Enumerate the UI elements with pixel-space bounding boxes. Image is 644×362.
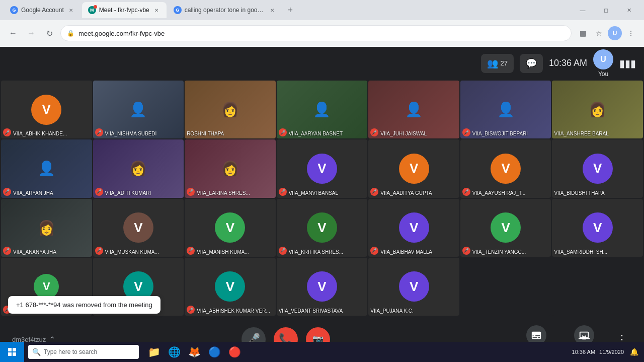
tab-title-calling: calling operator tone in google s... bbox=[185, 7, 265, 14]
participant-name: VIIA_LARINA SHRES... bbox=[197, 190, 250, 196]
participant-tile: 👩 VIIA_ANSHREE BARAL bbox=[552, 81, 643, 138]
tab-meet[interactable]: M Meet - fkr-fvpc-vbe ✕ bbox=[82, 2, 167, 18]
chat-button[interactable]: 💬 bbox=[520, 54, 543, 73]
mute-icon: 🎤 bbox=[95, 128, 103, 136]
participant-name: VIIA_ABHISHEK KUMAR VER... bbox=[197, 308, 270, 314]
refresh-button[interactable]: ↻ bbox=[42, 26, 56, 40]
participant-avatar: V bbox=[215, 271, 245, 302]
minimize-button[interactable]: — bbox=[572, 3, 594, 18]
participant-tile: V 🎤 VIIA_TENZIN YANGC... bbox=[460, 199, 551, 257]
participant-avatar: V bbox=[491, 154, 521, 184]
browser-controls: ← → ↻ 🔒 meet.google.com/fkr-fvpc-vbe ▤ ☆… bbox=[0, 20, 644, 46]
taskbar-icon-edge[interactable]: 🌐 bbox=[165, 343, 183, 361]
participant-tile: 👤 🎤 VIIA_JUHI JAISWAL bbox=[368, 81, 459, 138]
tab-bar: G Google Account ✕ M Meet - fkr-fvpc-vbe… bbox=[0, 0, 644, 20]
mute-icon: 🎤 bbox=[187, 306, 195, 314]
tab-calling[interactable]: G calling operator tone in google s... ✕ bbox=[168, 2, 282, 18]
tab-google-account[interactable]: G Google Account ✕ bbox=[4, 2, 81, 18]
notification-bell[interactable]: 🔔 bbox=[628, 346, 640, 358]
new-tab-button[interactable]: + bbox=[283, 3, 297, 17]
participant-avatar: V bbox=[307, 271, 337, 302]
participant-tile: V VIIA_VEDANT SRIVASTAVA bbox=[277, 258, 368, 316]
mute-icon: 🎤 bbox=[95, 247, 103, 255]
participant-name: VIIA_MANISH KUMA... bbox=[197, 249, 249, 255]
participant-avatar: V bbox=[399, 212, 429, 243]
tab-title-google-account: Google Account bbox=[21, 7, 64, 14]
mute-icon: 🎤 bbox=[3, 128, 11, 136]
profile-button[interactable]: U bbox=[608, 26, 622, 40]
participant-name: VIIA_MANVI BANSAL bbox=[289, 190, 338, 196]
participant-name: VIIA_AARYAN BASNET bbox=[289, 131, 343, 136]
taskbar-time: 10:36 AM bbox=[572, 349, 595, 355]
tab-close-google-account[interactable]: ✕ bbox=[67, 6, 75, 14]
mute-icon: 🎤 bbox=[279, 247, 287, 255]
time-display: 10:36 AM bbox=[549, 58, 587, 68]
mute-icon: 🎤 bbox=[95, 188, 103, 196]
participant-avatar: V bbox=[34, 274, 59, 299]
back-button[interactable]: ← bbox=[6, 26, 20, 40]
participant-name: VIIA_BAIBHAV MALLA bbox=[380, 249, 432, 255]
participant-avatar: V bbox=[399, 271, 429, 302]
cast-button[interactable]: ▤ bbox=[576, 26, 590, 40]
svg-rect-0 bbox=[8, 348, 12, 351]
participants-button[interactable]: 👥 27 bbox=[481, 54, 513, 73]
participant-tile: 👤 🎤 VIIA_NISHMA SUBEDI bbox=[93, 81, 184, 138]
mute-icon: 🎤 bbox=[3, 188, 11, 196]
meet-container: 👥 27 💬 10:36 AM U You ▮▮▮ V 🎤 bbox=[0, 47, 644, 362]
tab-close-meet[interactable]: ✕ bbox=[152, 6, 160, 14]
participant-tile-empty bbox=[552, 258, 643, 316]
taskbar-search-text: Type here to search bbox=[44, 348, 97, 355]
mute-icon: 🎤 bbox=[462, 188, 470, 196]
participant-name: VIIA_ANSHREE BARAL bbox=[554, 131, 608, 136]
forward-button[interactable]: → bbox=[24, 26, 38, 40]
participant-tile: V 🎤 VIIA_KRITIKA SHRES... bbox=[277, 199, 368, 257]
taskbar-icon-app[interactable]: 🔴 bbox=[225, 343, 244, 361]
taskbar-icon-chrome[interactable]: 🔵 bbox=[205, 343, 223, 361]
participant-avatar: V bbox=[583, 212, 613, 243]
maximize-button[interactable]: ◻ bbox=[595, 3, 617, 18]
participant-tile: V VIIA_BIDUSHI THAPA bbox=[552, 139, 643, 197]
participant-tile: V 🎤 VIIA_ABHISHEK KUMAR VER... bbox=[185, 258, 276, 316]
participant-name: VIIA_MUSKAN KUMA... bbox=[105, 249, 159, 255]
chat-icon: 💬 bbox=[526, 58, 537, 69]
start-button[interactable] bbox=[0, 342, 24, 362]
menu-button[interactable]: ⋮ bbox=[624, 26, 638, 40]
window-controls: — ◻ ✕ bbox=[572, 0, 644, 20]
mute-icon: 🎤 bbox=[187, 188, 195, 196]
participant-name: VIIA_ABHIK KHANDE... bbox=[13, 131, 67, 136]
user-label: You bbox=[598, 70, 608, 78]
svg-rect-3 bbox=[13, 352, 16, 356]
participant-avatar: V bbox=[399, 154, 429, 184]
participant-tile: V VIIA_PUJANA K.C. bbox=[368, 258, 459, 316]
mute-icon: 🎤 bbox=[462, 128, 470, 136]
notification-bar: +1 678-***-**94 was removed from the mee… bbox=[8, 296, 160, 314]
participant-name: VIIA_VEDANT SRIVASTAVA bbox=[279, 308, 343, 314]
svg-rect-2 bbox=[8, 352, 12, 356]
participant-name: VIIA_BISWOJIT BEPARI bbox=[472, 131, 528, 136]
address-bar[interactable]: 🔒 meet.google.com/fkr-fvpc-vbe bbox=[60, 25, 572, 41]
browser-actions: ▤ ☆ U ⋮ bbox=[576, 26, 638, 40]
participant-avatar: V bbox=[491, 212, 521, 243]
mute-icon: 🎤 bbox=[279, 188, 287, 196]
taskbar-icon-explorer[interactable]: 📁 bbox=[145, 343, 163, 361]
taskbar-search[interactable]: 🔍 Type here to search bbox=[28, 345, 139, 359]
participant-name: VIIA_TENZIN YANGC... bbox=[472, 249, 526, 255]
participant-tile: 👩 🎤 VIIA_ADITI KUMARI bbox=[93, 139, 184, 197]
participant-tile: V 🎤 VIIA_MUSKAN KUMA... bbox=[93, 199, 184, 257]
participant-name: VIIA_ANANYA JHA bbox=[13, 249, 56, 255]
participant-name: ROSHNI THAPA bbox=[187, 131, 224, 136]
taskbar-icon-firefox[interactable]: 🦊 bbox=[185, 343, 203, 361]
topbar-more-button[interactable]: ▮▮▮ bbox=[619, 57, 636, 69]
avatar: U bbox=[593, 49, 613, 69]
taskbar-date: 11/9/2020 bbox=[599, 349, 624, 355]
close-button[interactable]: ✕ bbox=[618, 3, 640, 18]
mute-icon: 🎤 bbox=[370, 188, 378, 196]
tab-close-calling[interactable]: ✕ bbox=[268, 6, 276, 14]
taskbar: 🔍 Type here to search 📁 🌐 🦊 🔵 🔴 10:36 AM bbox=[0, 342, 644, 362]
notification-text: +1 678-***-**94 was removed from the mee… bbox=[16, 301, 152, 309]
participants-icon: 👥 bbox=[487, 58, 498, 69]
participant-avatar: V bbox=[307, 154, 337, 184]
meet-topbar: 👥 27 💬 10:36 AM U You ▮▮▮ bbox=[0, 47, 644, 80]
bookmark-button[interactable]: ☆ bbox=[592, 26, 606, 40]
participant-tile: 👩 ROSHNI THAPA bbox=[185, 81, 276, 138]
